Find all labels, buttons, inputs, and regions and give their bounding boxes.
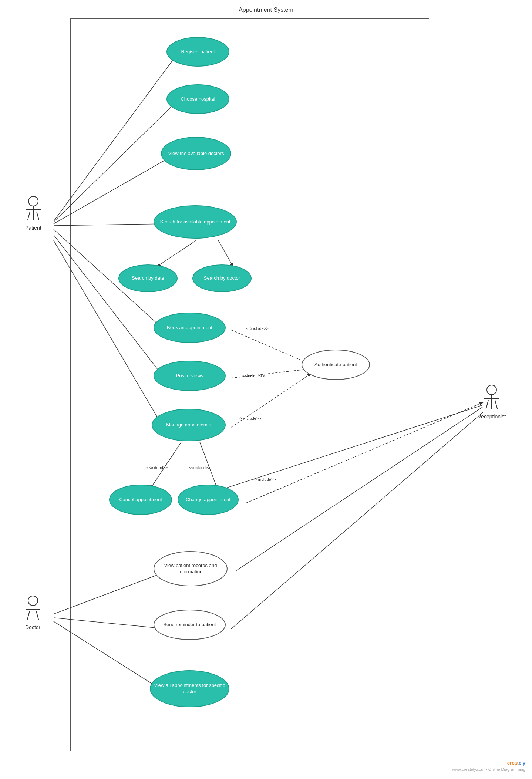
patient-body [33,206,34,220]
usecase-view-doctors: View the available doctors [161,137,231,170]
patient-legs-left [27,212,30,220]
patient-arms [26,209,41,210]
patient-legs-right [36,212,39,220]
doctor-legs-right [36,611,39,620]
usecase-choose-hospital: Choose hospital [166,84,229,114]
diagram-container: Appointment System Authenticate patient … [0,0,532,779]
usecase-register-patient: Register patient [166,37,229,67]
watermark-brand-2: ely [519,760,525,766]
include-label-4: <<include>> [253,477,276,482]
actor-receptionist: Receptionist [477,385,506,419]
usecase-book-appointment: Book an appointment [154,313,226,343]
usecase-manage-appointments: Manage appointemts [152,409,226,441]
receptionist-legs-left [485,400,488,409]
receptionist-label: Receptionist [477,414,506,419]
receptionist-legs-right [495,400,498,409]
actor-patient: Patient [25,196,41,231]
patient-figure [28,196,38,220]
receptionist-arms [484,398,499,399]
usecase-view-patient-records: View patient records and information [154,551,228,586]
usecase-search-by-date: Search by date [118,264,178,292]
doctor-figure [28,596,38,620]
system-boundary [70,18,429,751]
patient-head [28,196,38,206]
doctor-label: Doctor [25,624,40,630]
include-label-1: <<include>> [246,326,269,331]
receptionist-body [491,395,492,409]
watermark-brand: creat [507,760,519,766]
extend-label-1: <<extend>> [146,465,168,470]
doctor-body [33,606,33,620]
actor-doctor: Doctor [25,596,40,630]
receptionist-figure [486,385,497,409]
usecase-change-appointment: Change appointment [178,485,239,515]
diagram-title: Appointment System [239,7,293,13]
usecase-authenticate-patient: Authenticate patient [302,350,370,380]
include-label-3: <<include>> [239,416,261,421]
doctor-legs-left [27,611,30,620]
extend-label-2: <<extend>> [189,465,211,470]
usecase-search-by-doctor: Search by doctor [192,264,252,292]
watermark-url: www.creately.com • Online Diagramming [452,767,525,772]
include-label-2: <<include>> [242,374,265,378]
usecase-post-reviews: Post reviews [154,361,226,391]
doctor-head [28,596,38,606]
doctor-arms [26,609,40,610]
patient-label: Patient [25,225,41,231]
usecase-view-all-appointments: View all appointments for specific docto… [150,670,229,707]
usecase-send-reminder: Send reminder to patient [154,610,226,640]
usecase-cancel-appointment: Cancel appointment [109,485,172,515]
watermark: creately www.creately.com • Online Diagr… [452,760,525,772]
usecase-search-appointment: Search for available appointment [154,205,237,239]
receptionist-head [486,385,497,395]
